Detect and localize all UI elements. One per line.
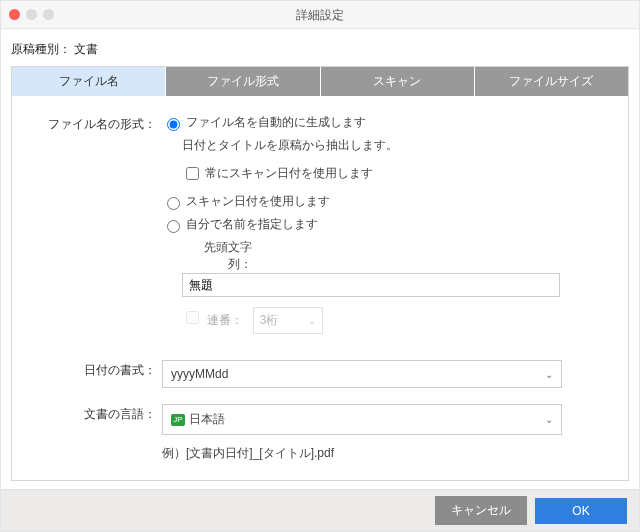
chevron-down-icon: ⌄ (545, 414, 553, 425)
option-always-scan-date[interactable]: 常にスキャン日付を使用します (182, 164, 598, 183)
document-type-value: 文書 (74, 42, 98, 56)
tab-scan[interactable]: スキャン (321, 67, 475, 96)
window-controls (9, 9, 54, 20)
radio-use-scan-date-label: スキャン日付を使用します (186, 193, 330, 210)
maximize-icon[interactable] (43, 9, 54, 20)
date-format-value: yyyyMMdd (171, 367, 228, 381)
radio-auto-generate-label: ファイル名を自動的に生成します (186, 114, 366, 131)
radio-auto-generate[interactable] (167, 118, 180, 131)
tab-content: ファイル名の形式： ファイル名を自動的に生成します 日付とタイトルを原稿から抽出… (12, 96, 628, 480)
serial-value: 3桁 (260, 312, 279, 329)
ok-button[interactable]: OK (535, 498, 627, 524)
dialog-footer: キャンセル OK (1, 489, 639, 531)
window-title: 詳細設定 (1, 1, 639, 29)
option-use-scan-date[interactable]: スキャン日付を使用します (162, 193, 598, 210)
serial-select: 3桁 ⌄ (253, 307, 323, 334)
tab-filename[interactable]: ファイル名 (12, 67, 166, 96)
chevron-down-icon: ⌄ (308, 315, 316, 326)
radio-use-scan-date[interactable] (167, 197, 180, 210)
document-type: 原稿種別： 文書 (1, 29, 639, 66)
serial-label: 連番： (207, 312, 243, 329)
prefix-label: 先頭文字列： (182, 239, 252, 273)
language-select[interactable]: JP日本語 ⌄ (162, 404, 562, 435)
date-format-select[interactable]: yyyyMMdd ⌄ (162, 360, 562, 388)
chevron-down-icon: ⌄ (545, 369, 553, 380)
cancel-button[interactable]: キャンセル (435, 496, 527, 525)
checkbox-serial (186, 311, 199, 324)
filename-example: 例）[文書内日付]_[タイトル].pdf (162, 445, 598, 462)
checkbox-always-scan-date-label: 常にスキャン日付を使用します (205, 165, 373, 182)
tab-bar: ファイル名 ファイル形式 スキャン ファイルサイズ (12, 67, 628, 96)
filename-format-label: ファイル名の形式： (42, 114, 162, 133)
jp-badge-icon: JP (171, 414, 185, 426)
language-value-wrap: JP日本語 (171, 411, 225, 428)
auto-generate-desc: 日付とタイトルを原稿から抽出します。 (182, 137, 598, 154)
tab-filesize[interactable]: ファイルサイズ (475, 67, 628, 96)
minimize-icon[interactable] (26, 9, 37, 20)
radio-specify-name[interactable] (167, 220, 180, 233)
date-format-label: 日付の書式： (42, 360, 162, 379)
settings-panel: ファイル名 ファイル形式 スキャン ファイルサイズ ファイル名の形式： ファイル… (11, 66, 629, 481)
prefix-input[interactable] (182, 273, 560, 297)
radio-specify-name-label: 自分で名前を指定します (186, 216, 318, 233)
close-icon[interactable] (9, 9, 20, 20)
tab-fileformat[interactable]: ファイル形式 (166, 67, 320, 96)
checkbox-always-scan-date[interactable] (186, 167, 199, 180)
language-value: 日本語 (189, 412, 225, 426)
titlebar: 詳細設定 (1, 1, 639, 29)
document-type-label: 原稿種別： (11, 42, 71, 56)
language-label: 文書の言語： (42, 404, 162, 423)
option-specify-name[interactable]: 自分で名前を指定します (162, 216, 598, 233)
option-auto-generate[interactable]: ファイル名を自動的に生成します (162, 114, 598, 131)
